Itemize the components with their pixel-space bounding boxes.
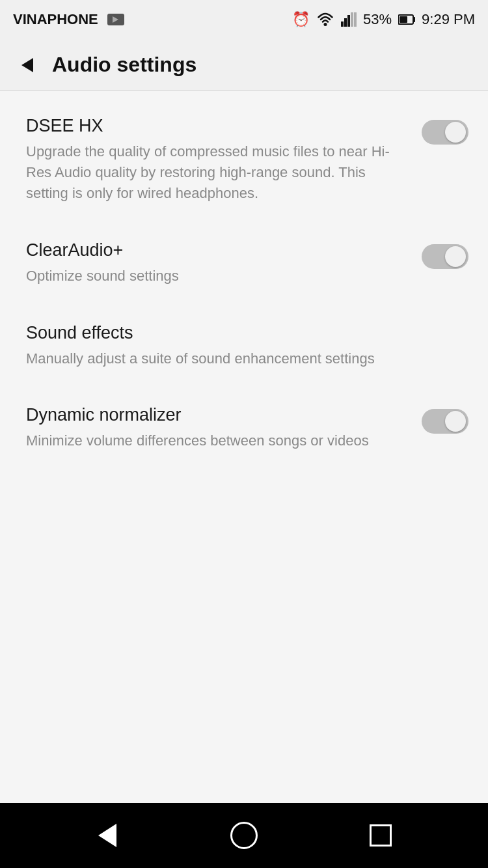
sound-effects-title: Sound effects bbox=[26, 323, 449, 343]
spacer bbox=[0, 639, 488, 803]
dynamic-normalizer-toggle-knob bbox=[445, 411, 466, 432]
svg-rect-1 bbox=[341, 21, 344, 27]
dynamic-normalizer-item: Dynamic normalizer Minimize volume diffe… bbox=[0, 387, 488, 469]
home-nav-icon bbox=[230, 822, 258, 849]
sound-effects-item[interactable]: Sound effects Manually adjust a suite of… bbox=[0, 305, 488, 387]
svg-rect-4 bbox=[351, 12, 353, 27]
dynamic-normalizer-text: Dynamic normalizer Minimize volume diffe… bbox=[26, 405, 409, 451]
dsee-hx-title: DSEE HX bbox=[26, 116, 409, 136]
dynamic-normalizer-title: Dynamic normalizer bbox=[26, 405, 409, 425]
svg-rect-8 bbox=[400, 16, 407, 23]
clear-audio-toggle[interactable] bbox=[422, 244, 468, 269]
home-nav-button[interactable] bbox=[224, 816, 264, 855]
battery-level: 53% bbox=[363, 11, 392, 28]
clear-audio-toggle-knob bbox=[445, 246, 466, 267]
battery-icon bbox=[398, 14, 415, 25]
svg-point-0 bbox=[324, 23, 327, 26]
dsee-hx-desc: Upgrade the quality of compressed music … bbox=[26, 141, 409, 204]
clear-audio-item: ClearAudio+ Optimize sound settings bbox=[0, 222, 488, 305]
settings-list: DSEE HX Upgrade the quality of compresse… bbox=[0, 91, 488, 639]
sound-effects-text: Sound effects Manually adjust a suite of… bbox=[26, 323, 449, 369]
back-arrow-icon bbox=[21, 58, 33, 72]
svg-rect-5 bbox=[354, 12, 357, 27]
app-bar: Audio settings bbox=[0, 39, 488, 91]
recents-nav-icon bbox=[370, 824, 392, 847]
dynamic-normalizer-desc: Minimize volume differences between song… bbox=[26, 430, 409, 451]
bottom-nav bbox=[0, 803, 488, 868]
dsee-hx-toggle[interactable] bbox=[422, 120, 468, 145]
recents-nav-button[interactable] bbox=[361, 816, 400, 855]
sound-effects-desc: Manually adjust a suite of sound enhance… bbox=[26, 348, 449, 369]
svg-rect-3 bbox=[347, 15, 350, 27]
dynamic-normalizer-toggle[interactable] bbox=[422, 409, 468, 434]
status-icons: ⏰ 53% bbox=[292, 11, 475, 28]
dsee-hx-toggle-knob bbox=[445, 122, 466, 143]
clear-audio-text: ClearAudio+ Optimize sound settings bbox=[26, 240, 409, 287]
dsee-hx-text: DSEE HX Upgrade the quality of compresse… bbox=[26, 116, 409, 204]
dsee-hx-item: DSEE HX Upgrade the quality of compresse… bbox=[0, 98, 488, 222]
back-nav-button[interactable] bbox=[88, 816, 127, 855]
wifi-icon bbox=[316, 12, 334, 27]
svg-rect-2 bbox=[344, 18, 347, 27]
clear-audio-desc: Optimize sound settings bbox=[26, 266, 409, 287]
time-label: 9:29 PM bbox=[422, 11, 475, 28]
page-title: Audio settings bbox=[52, 53, 197, 77]
clear-audio-title: ClearAudio+ bbox=[26, 240, 409, 260]
svg-rect-7 bbox=[413, 17, 415, 22]
status-bar: VINAPHONE ⏰ 53% bbox=[0, 0, 488, 39]
carrier-label: VINAPHONE bbox=[13, 11, 124, 28]
video-icon bbox=[107, 14, 124, 25]
back-nav-icon bbox=[98, 824, 116, 847]
signal-icon bbox=[341, 12, 357, 27]
alarm-icon: ⏰ bbox=[292, 11, 310, 28]
back-button[interactable] bbox=[13, 51, 42, 79]
